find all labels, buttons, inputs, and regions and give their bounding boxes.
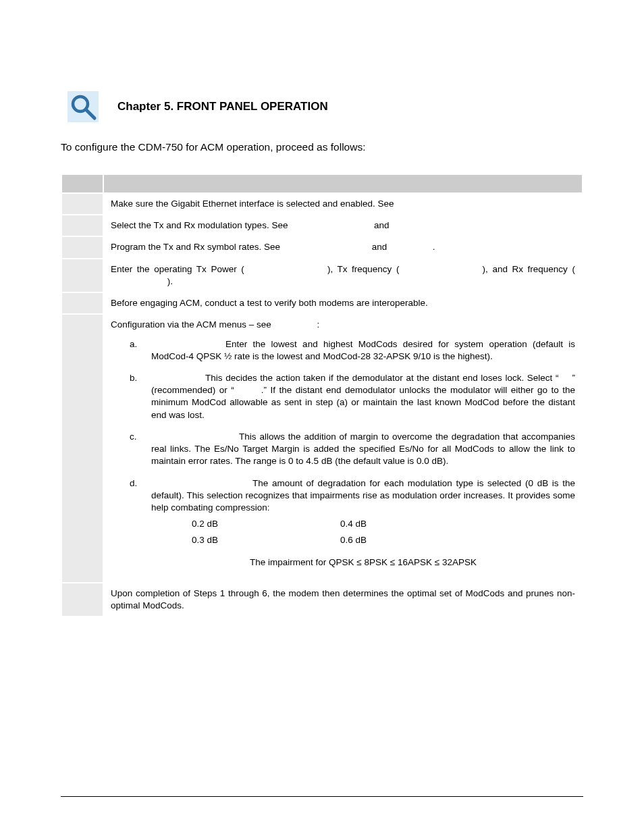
step-desc: Make sure the Gigabit Ethernet interface… — [103, 193, 583, 215]
sub-body: Enter the lowest and highest ModCods des… — [151, 338, 575, 363]
step-desc: Upon completion of Steps 1 through 6, th… — [103, 583, 583, 617]
text-part: This allows the addition of margin to ov… — [151, 432, 575, 466]
sub-list: a. Enter the lowest and highest ModCods … — [130, 338, 575, 569]
step-num — [61, 236, 103, 258]
db-row: 0.2 dB 0.4 dB — [192, 518, 575, 530]
chapter-title: Chapter 5. FRONT PANEL OPERATION — [117, 100, 328, 113]
step-desc: Configuration via the ACM menus – see : … — [103, 314, 583, 583]
table-row: Make sure the Gigabit Ethernet interface… — [61, 193, 583, 215]
impairment-line: The impairment for QPSK ≤ 8PSK ≤ 16APSK … — [151, 556, 575, 569]
table-row: Select the Tx and Rx modulation types. S… — [61, 215, 583, 236]
text-part: The amount of degradation for each modul… — [151, 478, 575, 513]
db-right: 0.4 dB — [340, 518, 367, 530]
steps-table: Make sure the Gigabit Ethernet interface… — [61, 174, 583, 617]
step-desc: Before engaging ACM, conduct a test to v… — [103, 292, 583, 314]
db-right: 0.6 dB — [340, 534, 367, 546]
text-part: ), and Rx frequency ( — [483, 264, 575, 274]
intro-text: To configure the CDM-750 for ACM operati… — [61, 141, 583, 153]
text-part: Enter the lowest and highest ModCods des… — [151, 339, 575, 361]
sub-letter: c. — [130, 431, 142, 468]
table-row: Before engaging ACM, conduct a test to v… — [61, 292, 583, 314]
table-row: Enter the operating Tx Power ( ), Tx fre… — [61, 259, 583, 292]
step-num — [61, 292, 103, 314]
step-num — [61, 259, 103, 292]
db-left: 0.2 dB — [192, 518, 340, 530]
step-desc: Select the Tx and Rx modulation types. S… — [103, 215, 583, 236]
sub-item-d: d. The amount of degradation for each mo… — [130, 477, 575, 569]
sub-item-c: c. This allows the addition of margin to… — [130, 431, 575, 468]
chapter-row: Chapter 5. FRONT PANEL OPERATION — [68, 91, 583, 122]
step-desc: Enter the operating Tx Power ( ), Tx fre… — [103, 259, 583, 292]
page: Chapter 5. FRONT PANEL OPERATION To conf… — [0, 0, 644, 834]
svg-line-1 — [86, 109, 95, 118]
table-row: Upon completion of Steps 1 through 6, th… — [61, 583, 583, 617]
text-part: Program the Tx and Rx symbol rates. See — [111, 242, 283, 252]
step-num — [61, 314, 103, 583]
table-row: Configuration via the ACM menus – see : … — [61, 314, 583, 583]
sub-body: This allows the addition of margin to ov… — [151, 431, 575, 468]
db-row: 0.3 dB 0.6 dB — [192, 534, 575, 546]
text-part: Enter the operating Tx Power ( — [111, 264, 244, 274]
text-part: ), Tx frequency ( — [327, 264, 400, 274]
db-left: 0.3 dB — [192, 534, 340, 546]
text-part: This decides the action taken if the dem… — [205, 373, 559, 383]
magnifier-icon — [68, 91, 99, 122]
sub-letter: a. — [130, 338, 142, 363]
text-part: and — [374, 220, 390, 230]
sub-letter: d. — [130, 477, 142, 569]
sub-body: This decides the action taken if the dem… — [151, 372, 575, 421]
sub-item-b: b. This decides the action taken if the … — [130, 372, 575, 421]
text-part: : — [317, 319, 319, 330]
step-num — [61, 583, 103, 617]
text-part: Select the Tx and Rx modulation types. S… — [111, 220, 290, 230]
sub-body: The amount of degradation for each modul… — [151, 477, 575, 569]
text-part: . — [433, 242, 435, 252]
footer-divider — [61, 796, 583, 797]
step-num — [61, 193, 103, 215]
step-desc: Program the Tx and Rx symbol rates. See … — [103, 236, 583, 258]
text-part: ). — [167, 276, 173, 286]
table-row: Program the Tx and Rx symbol rates. See … — [61, 236, 583, 258]
table-header-desc — [103, 174, 583, 193]
text-part: Configuration via the ACM menus – see — [111, 319, 274, 330]
table-header-row — [61, 174, 583, 193]
text-part: and — [372, 242, 387, 252]
sub-item-a: a. Enter the lowest and highest ModCods … — [130, 338, 575, 363]
sub-letter: b. — [130, 372, 142, 421]
step-num — [61, 215, 103, 236]
table-header-step — [61, 174, 103, 193]
